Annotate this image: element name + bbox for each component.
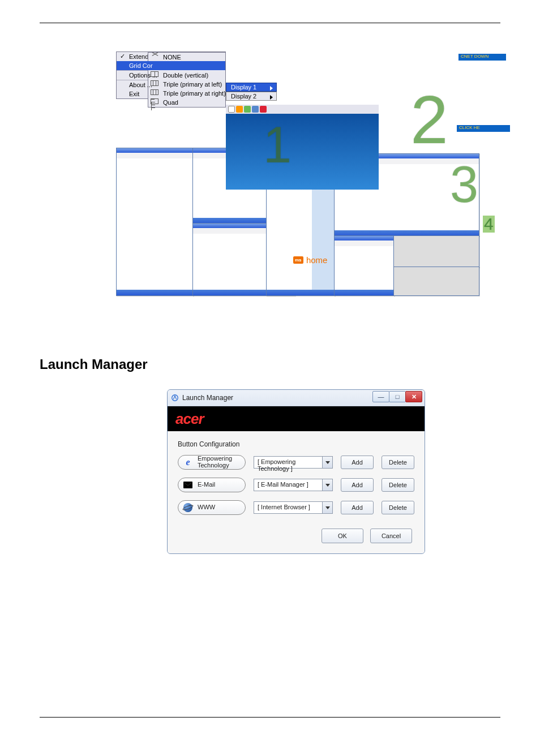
select-value: [ Internet Browser ] — [258, 504, 310, 510]
none-icon — [151, 54, 160, 60]
ctx-grid-config[interactable]: Grid Cor — [117, 61, 225, 70]
display-number-3: 3 — [450, 159, 478, 210]
tray-blue-icon — [252, 106, 259, 113]
section-heading-launch-manager: Launch Manager — [40, 356, 500, 372]
sub-none[interactable]: NONE — [148, 53, 225, 62]
desktop-preview — [226, 105, 379, 190]
action-select-email[interactable]: [ E-Mail Manager ] — [254, 479, 333, 491]
mini-window — [393, 267, 479, 296]
ie-icon: e — [183, 457, 193, 467]
display-2-button[interactable]: Display 2 — [226, 92, 277, 101]
pill-label: E-Mail — [198, 482, 215, 488]
cnet-strip-2: CLICK HE — [457, 125, 510, 132]
minimize-button[interactable]: ― — [372, 391, 389, 402]
ctx-about[interactable]: About ... — [117, 80, 225, 89]
chevron-down-icon — [322, 502, 332, 513]
hw-button-email: E-Mail — [178, 478, 246, 492]
ok-button[interactable]: OK — [322, 529, 363, 543]
quad-icon — [151, 98, 158, 104]
pill-label: WWW — [198, 504, 215, 511]
add-button[interactable]: Add — [341, 501, 374, 514]
svg-rect-1 — [183, 482, 192, 488]
add-button[interactable]: Add — [341, 456, 374, 469]
acer-logo: acer — [175, 410, 204, 428]
section-label: Button Configuration — [178, 440, 414, 448]
msn-home-icon: ms — [293, 256, 303, 264]
dialog-footer: OK Cancel — [178, 523, 414, 545]
display-grid-screenshot: Extend NONE Single Double (vertical) T — [116, 51, 510, 303]
ctx-options[interactable]: Options ... — [117, 71, 225, 80]
display-number-1: 1 — [263, 119, 292, 170]
config-row-email: E-Mail [ E-Mail Manager ] Add Delete — [178, 478, 414, 492]
mini-window — [334, 235, 395, 296]
window-title: Launch Manager — [182, 394, 233, 402]
titlebar: Launch Manager ― □ ✕ — [168, 390, 425, 406]
display-1-button[interactable]: Display 1 — [226, 83, 277, 92]
globe-icon — [183, 502, 193, 513]
tray-orange-icon — [236, 106, 243, 113]
tray-flag-icon — [228, 106, 235, 113]
hw-button-www: WWW — [178, 500, 246, 515]
msn-home-label: home — [306, 255, 328, 265]
launch-manager-window: Launch Manager ― □ ✕ acer Button Configu… — [167, 389, 425, 554]
display-number-2: 2 — [410, 85, 448, 153]
pill-label: Empowering Technology — [198, 456, 232, 469]
chevron-down-icon — [322, 457, 332, 468]
select-value: [ E-Mail Manager ] — [258, 481, 308, 488]
window-body: Button Configuration e Empowering Techno… — [168, 431, 425, 553]
action-select-www[interactable]: [ Internet Browser ] — [254, 501, 333, 514]
mail-icon — [183, 480, 193, 490]
delete-button[interactable]: Delete — [382, 456, 414, 469]
brand-bar: acer — [168, 406, 425, 431]
ctx-exit[interactable]: Exit — [117, 89, 225, 98]
mini-window — [393, 235, 479, 268]
maximize-button[interactable]: □ — [389, 391, 406, 402]
sub-quad[interactable]: Quad — [148, 98, 225, 107]
taskbar — [226, 105, 379, 114]
config-row-empowering: e Empowering Technology [ Empowering Tec… — [178, 455, 414, 470]
delete-button[interactable]: Delete — [382, 501, 414, 514]
cancel-button[interactable]: Cancel — [370, 529, 412, 543]
chevron-down-icon — [322, 479, 332, 491]
context-menu: Extend NONE Single Double (vertical) T — [116, 51, 226, 99]
add-button[interactable]: Add — [341, 478, 374, 492]
display-number-4: 4 — [483, 216, 495, 233]
cnet-strip-1: CNET DOWN — [458, 54, 506, 61]
tray-red-icon — [260, 106, 267, 113]
action-select-empowering[interactable]: [ Empowering Technology ] — [254, 456, 333, 469]
extend-submenu: NONE Single Double (vertical) Triple (pr… — [148, 52, 226, 108]
tray-green-icon — [244, 106, 251, 113]
config-row-www: WWW [ Internet Browser ] Add Delete — [178, 500, 414, 515]
delete-button[interactable]: Delete — [382, 478, 414, 492]
close-button[interactable]: ✕ — [405, 391, 422, 402]
msn-home: ms home — [293, 255, 327, 265]
hw-button-empowering: e Empowering Technology — [178, 455, 246, 470]
mini-window: msn — [116, 148, 194, 296]
select-value: [ Empowering Technology ] — [258, 458, 295, 472]
app-icon — [171, 394, 179, 402]
display-switch: Display 1 Display 2 — [226, 83, 277, 101]
